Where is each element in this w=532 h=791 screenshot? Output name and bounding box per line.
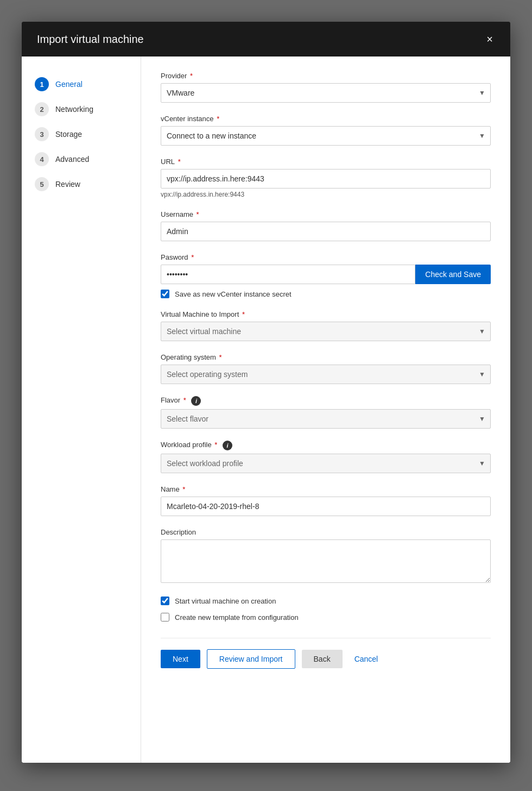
name-group: Name *	[161, 485, 491, 516]
start-vm-checkbox[interactable]	[161, 597, 169, 605]
sidebar-item-networking[interactable]: 2 Networking	[22, 97, 141, 122]
name-required: *	[181, 485, 186, 493]
vcenter-required: *	[215, 115, 220, 123]
url-hint: vpx://ip.address.in.here:9443	[161, 191, 491, 198]
vcenter-select-wrapper: Connect to a new instance ▼	[161, 126, 491, 146]
username-required: *	[194, 210, 199, 218]
vm-select-wrapper: Select virtual machine ▼	[161, 322, 491, 341]
start-vm-label: Start virtual machine on creation	[175, 597, 276, 605]
save-secret-row: Save as new vCenter instance secret	[161, 290, 491, 298]
create-template-label: Create new template from configuration	[175, 613, 299, 622]
cancel-button[interactable]: Cancel	[349, 650, 384, 668]
provider-select[interactable]: VMware	[161, 83, 491, 103]
username-label: Username *	[161, 210, 491, 218]
sidebar-label-advanced: Advanced	[55, 155, 89, 164]
description-textarea[interactable]	[161, 539, 491, 583]
url-label: URL *	[161, 158, 491, 166]
flavor-info-icon: i	[191, 396, 201, 406]
sidebar: 1 General 2 Networking 3 Storage 4 Advan…	[22, 56, 141, 763]
main-content: Provider * VMware ▼ vCenter instance * C…	[141, 56, 510, 763]
vm-label: Virtual Machine to Import *	[161, 310, 491, 318]
password-label: Pasword *	[161, 253, 491, 261]
vm-group: Virtual Machine to Import * Select virtu…	[161, 310, 491, 341]
vcenter-label: vCenter instance *	[161, 115, 491, 123]
sidebar-label-storage: Storage	[55, 130, 82, 139]
step-num-5: 5	[35, 177, 49, 191]
username-input[interactable]	[161, 222, 491, 241]
os-label: Operating system *	[161, 353, 491, 361]
sidebar-item-advanced[interactable]: 4 Advanced	[22, 147, 141, 172]
provider-group: Provider * VMware ▼	[161, 72, 491, 103]
provider-select-wrapper: VMware ▼	[161, 83, 491, 103]
modal-body: 1 General 2 Networking 3 Storage 4 Advan…	[22, 56, 510, 763]
workload-required: *	[213, 441, 218, 449]
check-save-button[interactable]: Check and Save	[415, 265, 491, 284]
step-num-4: 4	[35, 152, 49, 166]
password-row: Check and Save	[161, 265, 491, 284]
url-input[interactable]	[161, 169, 491, 189]
workload-group: Workload profile * i Select workload pro…	[161, 441, 491, 473]
sidebar-item-storage[interactable]: 3 Storage	[22, 122, 141, 147]
sidebar-item-review[interactable]: 5 Review	[22, 172, 141, 197]
flavor-group: Flavor * i Select flavor ▼	[161, 396, 491, 429]
provider-label: Provider *	[161, 72, 491, 80]
os-select[interactable]: Select operating system	[161, 365, 491, 384]
sidebar-item-general[interactable]: 1 General	[22, 72, 141, 97]
create-template-row: Create new template from configuration	[161, 613, 491, 622]
modal: Import virtual machine × 1 General 2 Net…	[22, 22, 510, 763]
sidebar-label-review: Review	[55, 180, 80, 189]
sidebar-label-networking: Networking	[55, 105, 93, 114]
flavor-required: *	[181, 396, 186, 404]
vm-select[interactable]: Select virtual machine	[161, 322, 491, 341]
os-select-wrapper: Select operating system ▼	[161, 365, 491, 384]
vcenter-select[interactable]: Connect to a new instance	[161, 126, 491, 146]
description-label: Description	[161, 528, 491, 536]
step-num-3: 3	[35, 127, 49, 141]
flavor-select[interactable]: Select flavor	[161, 409, 491, 429]
password-input[interactable]	[161, 265, 415, 284]
url-group: URL * vpx://ip.address.in.here:9443	[161, 158, 491, 198]
workload-label: Workload profile * i	[161, 441, 491, 450]
start-vm-row: Start virtual machine on creation	[161, 597, 491, 605]
vcenter-group: vCenter instance * Connect to a new inst…	[161, 115, 491, 146]
create-template-checkbox[interactable]	[161, 613, 169, 622]
step-num-1: 1	[35, 77, 49, 91]
workload-info-icon: i	[223, 441, 232, 450]
workload-select-wrapper: Select workload profile ▼	[161, 454, 491, 473]
next-button[interactable]: Next	[161, 650, 200, 668]
save-secret-label: Save as new vCenter instance secret	[175, 290, 292, 298]
review-import-button[interactable]: Review and Import	[207, 649, 295, 669]
vm-required: *	[240, 310, 245, 318]
sidebar-label-general: General	[55, 80, 83, 89]
password-required: *	[189, 253, 194, 261]
step-num-2: 2	[35, 102, 49, 116]
flavor-select-wrapper: Select flavor ▼	[161, 409, 491, 429]
os-group: Operating system * Select operating syst…	[161, 353, 491, 384]
workload-select[interactable]: Select workload profile	[161, 454, 491, 473]
os-required: *	[217, 353, 222, 361]
username-group: Username *	[161, 210, 491, 241]
modal-title: Import virtual machine	[37, 33, 144, 46]
save-secret-checkbox[interactable]	[161, 290, 169, 298]
password-group: Pasword * Check and Save Save as new vCe…	[161, 253, 491, 298]
form-footer: Next Review and Import Back Cancel	[161, 638, 491, 669]
name-label: Name *	[161, 485, 491, 493]
description-group: Description	[161, 528, 491, 585]
close-button[interactable]: ×	[484, 32, 495, 47]
provider-required: *	[188, 72, 193, 80]
url-required: *	[176, 158, 181, 166]
modal-header: Import virtual machine ×	[22, 22, 510, 56]
back-button[interactable]: Back	[302, 650, 343, 668]
flavor-label: Flavor * i	[161, 396, 491, 406]
name-input[interactable]	[161, 497, 491, 516]
